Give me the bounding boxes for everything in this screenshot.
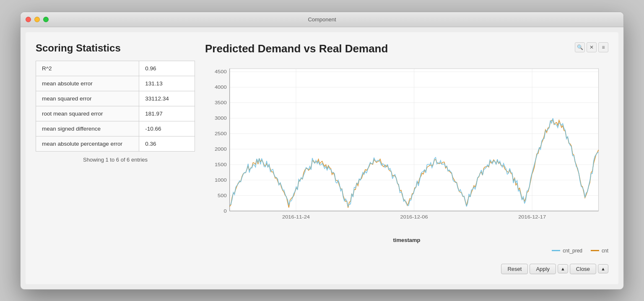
window-title: Component — [308, 16, 336, 23]
minimize-button[interactable] — [34, 17, 40, 22]
table-row: root mean squared error181.97 — [36, 106, 195, 121]
chart-title: Predicted Demand vs Real Demand — [205, 42, 608, 55]
window-controls — [26, 17, 49, 22]
apply-arrow-button[interactable]: ▲ — [558, 264, 568, 273]
menu-button[interactable]: ≡ — [598, 42, 608, 52]
svg-text:500: 500 — [218, 193, 227, 198]
apply-button[interactable]: Apply — [530, 264, 556, 274]
legend-cnt: cnt — [591, 248, 608, 254]
stat-value: -10.66 — [139, 121, 195, 136]
entries-info: Showing 1 to 6 of 6 entries — [36, 157, 195, 163]
legend-cnt-label: cnt — [602, 248, 608, 254]
legend-cnt-color — [591, 250, 599, 251]
legend-cnt-pred-label: cnt_pred — [563, 248, 582, 254]
svg-text:2016-12-17: 2016-12-17 — [518, 214, 546, 219]
stat-label: root mean squared error — [36, 106, 139, 121]
stat-value: 33112.34 — [139, 91, 195, 106]
zoom-button[interactable]: 🔍 — [575, 42, 585, 52]
table-row: mean absolute error131.13 — [36, 76, 195, 91]
table-row: mean signed difference-10.66 — [36, 121, 195, 136]
stat-label: mean absolute percentage error — [36, 136, 139, 151]
app-window: Component Scoring Statistics R^20.96mean… — [20, 12, 624, 290]
stat-label: mean signed difference — [36, 121, 139, 136]
main-area: Scoring Statistics R^20.96mean absolute … — [36, 42, 608, 254]
cross-button[interactable]: ✕ — [587, 42, 597, 52]
svg-text:2016-12-06: 2016-12-06 — [400, 214, 428, 219]
window-content: Scoring Statistics R^20.96mean absolute … — [26, 32, 618, 284]
close-button[interactable] — [26, 17, 31, 22]
close-button-bar[interactable]: Close — [570, 264, 596, 274]
table-row: R^20.96 — [36, 61, 195, 76]
chart-toolbar: 🔍 ✕ ≡ — [575, 42, 608, 52]
svg-text:2016-11-24: 2016-11-24 — [282, 214, 310, 219]
legend-cnt-pred-color — [552, 250, 560, 251]
stat-value: 131.13 — [139, 76, 195, 91]
stat-value: 181.97 — [139, 106, 195, 121]
stat-value: 0.36 — [139, 136, 195, 151]
close-arrow-button[interactable]: ▲ — [598, 264, 608, 273]
chart-legend: cnt_pred cnt — [205, 248, 608, 254]
stat-value: 0.96 — [139, 61, 195, 76]
stats-heading: Scoring Statistics — [36, 42, 195, 54]
svg-text:4500: 4500 — [215, 69, 227, 75]
right-panel: Predicted Demand vs Real Demand 🔍 ✕ ≡ 05… — [205, 42, 608, 254]
stats-table: R^20.96mean absolute error131.13mean squ… — [36, 61, 195, 152]
svg-text:2000: 2000 — [215, 147, 227, 152]
svg-text:3500: 3500 — [215, 100, 227, 105]
maximize-button[interactable] — [43, 17, 49, 22]
x-axis-label: timestamp — [205, 237, 608, 243]
stat-label: R^2 — [36, 61, 139, 76]
svg-text:2500: 2500 — [215, 131, 227, 136]
reset-button[interactable]: Reset — [501, 264, 528, 274]
table-row: mean squared error33112.34 — [36, 91, 195, 106]
svg-text:3000: 3000 — [215, 116, 227, 121]
legend-cnt-pred: cnt_pred — [552, 248, 582, 254]
stat-label: mean absolute error — [36, 76, 139, 91]
stat-label: mean squared error — [36, 91, 139, 106]
table-row: mean absolute percentage error0.36 — [36, 136, 195, 151]
left-panel: Scoring Statistics R^20.96mean absolute … — [36, 42, 195, 163]
svg-text:4000: 4000 — [215, 85, 227, 90]
title-bar: Component — [21, 12, 623, 27]
svg-text:0: 0 — [223, 208, 227, 214]
svg-text:1000: 1000 — [215, 178, 227, 183]
bottom-bar: Reset Apply ▲ Close ▲ — [36, 260, 608, 274]
svg-text:1500: 1500 — [215, 162, 227, 167]
chart-area: 0500100015002000250030003500400045002016… — [205, 60, 608, 244]
